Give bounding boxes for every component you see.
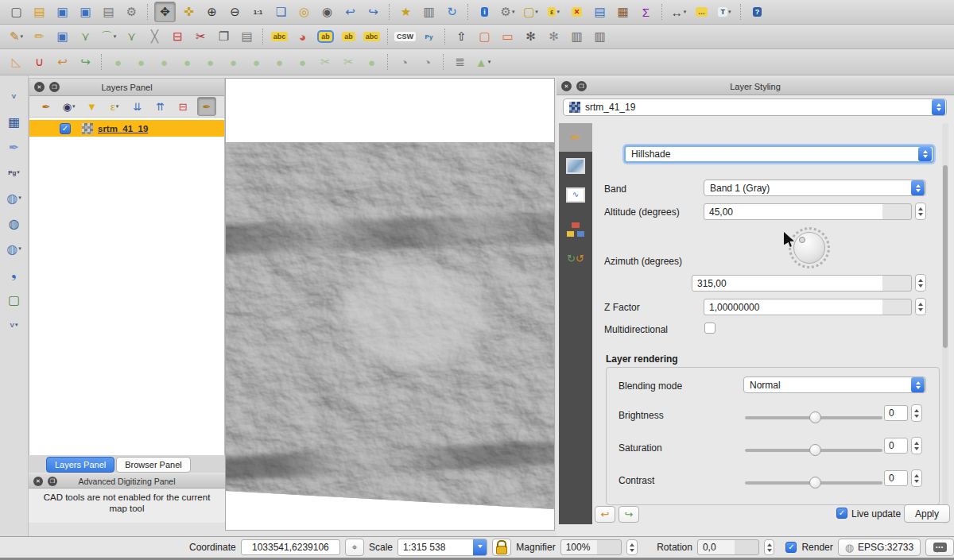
help-button[interactable]: ?: [747, 2, 767, 21]
statistical-summary-button[interactable]: Σ: [636, 2, 656, 21]
split-parts-button[interactable]: ✂: [339, 52, 359, 71]
pan-map-button[interactable]: ✥: [154, 2, 176, 22]
add-spatialite-layer-button[interactable]: ◍▾: [4, 188, 24, 207]
labeling-options-button[interactable]: ab: [316, 27, 335, 46]
new-shapefile-layer-button[interactable]: V▾: [4, 315, 24, 334]
open-layer-styling-button[interactable]: ✒: [37, 98, 55, 115]
fill-ring-button[interactable]: ●: [200, 52, 220, 71]
close-icon[interactable]: ✕: [561, 81, 572, 91]
refresh-map-button[interactable]: ↻: [442, 2, 462, 21]
zoom-next-button[interactable]: ↪: [363, 2, 383, 21]
current-edits-button[interactable]: ✎▾: [6, 27, 26, 46]
composer-manager-button[interactable]: ⚙: [122, 2, 142, 21]
tab-history[interactable]: ↻↺: [559, 244, 592, 272]
contrast-stepper[interactable]: [911, 469, 922, 487]
add-wfs-layer-button[interactable]: ◍▾: [4, 239, 24, 258]
identify-features-button[interactable]: i: [475, 2, 494, 21]
zoom-to-selection-button[interactable]: ◉: [317, 2, 337, 21]
add-ring-button[interactable]: ●: [154, 52, 174, 71]
text-annotation-button[interactable]: T▾: [715, 2, 735, 21]
altitude-stepper[interactable]: [915, 203, 926, 220]
contrast-slider[interactable]: [745, 481, 882, 485]
scale-select[interactable]: 1:315 538: [398, 539, 487, 556]
show-bookmarks-button[interactable]: ▥: [419, 2, 439, 21]
reshape-features-button[interactable]: ●: [293, 52, 312, 71]
zfactor-stepper[interactable]: [915, 298, 926, 315]
layer-row[interactable]: ✓ srtm_41_19: [29, 120, 224, 137]
saturation-stepper[interactable]: [911, 437, 922, 454]
messages-button[interactable]: •••: [925, 539, 954, 556]
layer-order-button[interactable]: ≣: [450, 52, 470, 71]
brightness-stepper[interactable]: [911, 404, 922, 422]
html-annotation-button[interactable]: ▭: [498, 27, 518, 46]
check-geometries-button[interactable]: ◔: [394, 52, 414, 71]
move-feature-button[interactable]: ⋎: [122, 27, 142, 46]
open-project-button[interactable]: ▤: [29, 2, 49, 21]
apply-button[interactable]: Apply: [904, 504, 950, 523]
save-project-button[interactable]: ▣: [52, 2, 72, 21]
save-project-as-button[interactable]: ▣: [76, 2, 95, 21]
multidirectional-checkbox[interactable]: [704, 322, 716, 334]
rotation-input[interactable]: 0,0: [697, 539, 759, 555]
tab-browser-panel[interactable]: Browser Panel: [116, 457, 191, 473]
undo-button[interactable]: ↩: [52, 52, 72, 71]
zoom-to-layer-button[interactable]: ◎: [294, 2, 314, 21]
magnifier-stepper[interactable]: [626, 539, 638, 555]
check-topology-button[interactable]: ◔: [417, 52, 437, 71]
circular-digitize-button[interactable]: ⌒▾: [99, 27, 118, 46]
renderer-select[interactable]: Hillshade: [624, 145, 934, 163]
rotation-stepper[interactable]: [764, 539, 775, 555]
redo-button[interactable]: ↪: [76, 52, 95, 71]
merge-features-button[interactable]: ●: [362, 52, 382, 71]
style-wand-button[interactable]: ✻: [521, 27, 541, 46]
saturation-slider[interactable]: [745, 449, 882, 452]
measure-button[interactable]: ↔▾: [669, 2, 688, 21]
node-tool-button[interactable]: ╳: [145, 27, 165, 46]
tab-pyramids[interactable]: [559, 215, 592, 244]
redo-style-button[interactable]: ↪: [619, 506, 639, 523]
remove-layer-button[interactable]: ⊟: [174, 98, 192, 115]
saturation-value[interactable]: 0: [884, 438, 908, 454]
simplify-feature-button[interactable]: ●: [131, 52, 151, 71]
tab-histogram[interactable]: ∿: [559, 180, 592, 209]
brightness-value[interactable]: 0: [884, 405, 908, 421]
styling-scrollbar[interactable]: [942, 123, 948, 524]
statistics-abacus-button[interactable]: ▦: [613, 2, 633, 21]
combo-spinner-icon[interactable]: [911, 377, 925, 392]
decorations-button[interactable]: ▲▾: [473, 52, 493, 71]
scale-lock-button[interactable]: [492, 539, 511, 556]
add-virtual-layer-button[interactable]: ❟: [4, 265, 24, 284]
snapping-button[interactable]: ∪: [29, 52, 49, 71]
float-icon[interactable]: ❐: [576, 81, 587, 91]
select-by-expression-button[interactable]: ε▾: [544, 2, 564, 21]
paste-features-button[interactable]: ▤: [237, 27, 257, 46]
add-feature-button[interactable]: ⋎: [76, 27, 95, 46]
zoom-last-button[interactable]: ↩: [340, 2, 360, 21]
open-attribute-table-button[interactable]: ▤: [590, 2, 610, 21]
altitude-input[interactable]: 45,00: [704, 203, 912, 220]
coordinate-input[interactable]: 1033541,6239106: [241, 539, 340, 555]
float-icon[interactable]: ❐: [49, 82, 60, 92]
layer-labeling-button[interactable]: abc: [270, 27, 289, 46]
deselect-all-button[interactable]: ✕: [567, 2, 587, 21]
float-icon[interactable]: ❐: [48, 477, 57, 486]
add-delimited-text-layer-button[interactable]: ✒: [4, 137, 24, 156]
new-bookmark-button[interactable]: ★: [396, 2, 416, 21]
pan-to-selection-button[interactable]: ✜: [179, 2, 199, 21]
cad-tools-button[interactable]: ◺: [6, 52, 26, 71]
manage-visibility-button[interactable]: ◉▾: [60, 98, 78, 115]
run-feature-action-button[interactable]: ⚙▾: [498, 2, 518, 21]
new-project-button[interactable]: ▢: [6, 2, 26, 21]
toggle-editing-button[interactable]: ✏: [29, 27, 49, 46]
zoom-out-button[interactable]: ⊖: [225, 2, 245, 21]
new-geopackage-layer-button[interactable]: ▢: [4, 290, 24, 309]
tab-symbology[interactable]: ✒: [559, 123, 592, 152]
collapse-all-button[interactable]: ⇈: [152, 98, 169, 115]
extents-toggle-button[interactable]: ⌖: [345, 539, 364, 556]
blending-mode-select[interactable]: Normal: [743, 377, 926, 393]
zfactor-input[interactable]: 1,00000000: [704, 299, 912, 315]
add-wms-layer-button[interactable]: ◍: [4, 214, 24, 233]
tab-transparency[interactable]: [559, 152, 592, 180]
combo-spinner-icon[interactable]: [932, 99, 945, 115]
close-icon[interactable]: ✕: [33, 477, 43, 486]
